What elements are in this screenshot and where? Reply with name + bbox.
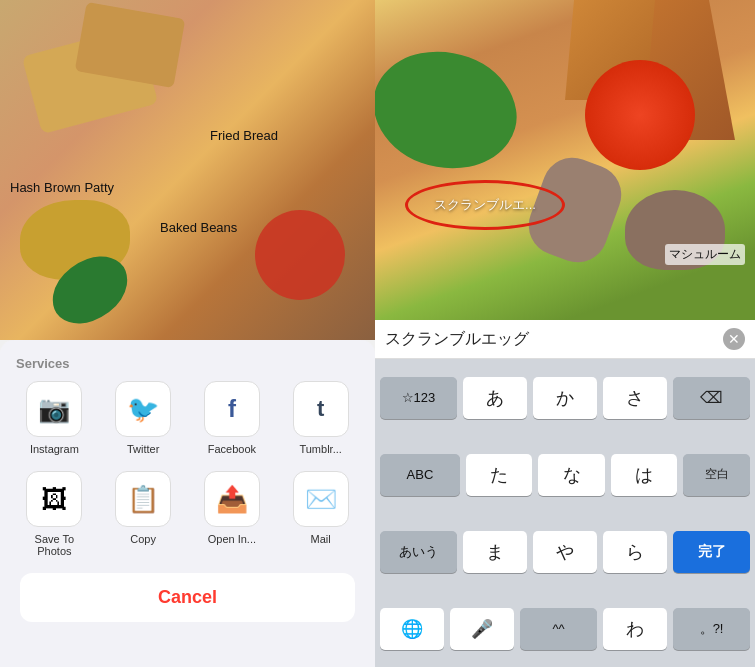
key-ya[interactable]: や xyxy=(533,531,597,573)
food-image-right: スクランブルエ... マシュルーム xyxy=(375,0,755,320)
space-key[interactable]: 空白 xyxy=(683,454,750,496)
twitter-label: Twitter xyxy=(127,443,159,455)
instagram-label: Instagram xyxy=(30,443,79,455)
text-input-field[interactable] xyxy=(385,330,717,348)
tumblr-icon: t xyxy=(293,381,349,437)
annotation-scrambled: スクランブルエ... xyxy=(434,196,536,214)
key-abc[interactable]: ABC xyxy=(380,454,460,496)
share-item-mail[interactable]: ✉️ Mail xyxy=(286,471,356,557)
share-item-tumblr[interactable]: t Tumblr... xyxy=(286,381,356,455)
left-panel: Fried Bread Hash Brown Patty Baked Beans… xyxy=(0,0,375,667)
key-ha[interactable]: は xyxy=(611,454,678,496)
share-icons-row-2: 🖼 Save To Photos 📋 Copy 📤 Open In... ✉️ … xyxy=(10,471,365,557)
globe-key[interactable]: 🌐 xyxy=(380,608,444,650)
backspace-key[interactable]: ⌫ xyxy=(673,377,750,419)
annotation-baked-beans: Baked Beans xyxy=(160,220,237,235)
food-image-left: Fried Bread Hash Brown Patty Baked Beans xyxy=(0,0,375,340)
key-sa[interactable]: さ xyxy=(603,377,667,419)
open-in-icon: 📤 xyxy=(204,471,260,527)
key-ra[interactable]: ら xyxy=(603,531,667,573)
twitter-icon: 🐦 xyxy=(115,381,171,437)
right-panel: スクランブルエ... マシュルーム ✕ ☆123 あ か さ ⌫ ABC た な… xyxy=(375,0,755,667)
food-tomato xyxy=(255,210,345,300)
keyboard-row-4: 🌐 🎤 ^^ わ 。?! xyxy=(375,590,755,667)
save-photos-label: Save To Photos xyxy=(19,533,89,557)
instagram-icon: 📷 xyxy=(26,381,82,437)
key-na[interactable]: な xyxy=(538,454,605,496)
japanese-keyboard: ☆123 あ か さ ⌫ ABC た な は 空白 あいう ま や ら 完了 🌐… xyxy=(375,359,755,667)
key-ka[interactable]: か xyxy=(533,377,597,419)
annotation-hash-brown: Hash Brown Patty xyxy=(10,180,114,195)
save-photos-icon: 🖼 xyxy=(26,471,82,527)
right-tomato xyxy=(585,60,695,170)
share-item-instagram[interactable]: 📷 Instagram xyxy=(19,381,89,455)
share-item-facebook[interactable]: f Facebook xyxy=(197,381,267,455)
facebook-label: Facebook xyxy=(208,443,256,455)
mail-label: Mail xyxy=(311,533,331,545)
tumblr-label: Tumblr... xyxy=(299,443,341,455)
annotation-fried-bread: Fried Bread xyxy=(210,128,278,143)
mail-icon: ✉️ xyxy=(293,471,349,527)
key-ma[interactable]: ま xyxy=(463,531,527,573)
key-punct[interactable]: 。?! xyxy=(673,608,750,650)
share-item-twitter[interactable]: 🐦 Twitter xyxy=(108,381,178,455)
text-input-area: ✕ xyxy=(375,320,755,359)
key-123[interactable]: ☆123 xyxy=(380,377,457,419)
key-a[interactable]: あ xyxy=(463,377,527,419)
key-ta[interactable]: た xyxy=(466,454,533,496)
copy-label: Copy xyxy=(130,533,156,545)
annotation-oval: スクランブルエ... xyxy=(405,180,565,230)
right-greens xyxy=(375,39,524,181)
copy-icon: 📋 xyxy=(115,471,171,527)
facebook-icon: f xyxy=(204,381,260,437)
key-caret[interactable]: ^^ xyxy=(520,608,597,650)
keyboard-row-2: ABC た な は 空白 xyxy=(375,436,755,513)
done-key[interactable]: 完了 xyxy=(673,531,750,573)
share-item-save-photos[interactable]: 🖼 Save To Photos xyxy=(19,471,89,557)
mic-key[interactable]: 🎤 xyxy=(450,608,514,650)
cancel-button[interactable]: Cancel xyxy=(20,573,355,622)
share-sheet-title: Services xyxy=(10,356,365,371)
share-item-open-in[interactable]: 📤 Open In... xyxy=(197,471,267,557)
keyboard-row-1: ☆123 あ か さ ⌫ xyxy=(375,359,755,436)
keyboard-row-3: あいう ま や ら 完了 xyxy=(375,513,755,590)
share-icons-row-1: 📷 Instagram 🐦 Twitter f Facebook t Tumbl… xyxy=(10,381,365,455)
open-in-label: Open In... xyxy=(208,533,256,545)
share-sheet: Services 📷 Instagram 🐦 Twitter f Faceboo… xyxy=(0,340,375,667)
share-item-copy[interactable]: 📋 Copy xyxy=(108,471,178,557)
annotation-mushroom: マシュルーム xyxy=(665,244,745,265)
key-aiu[interactable]: あいう xyxy=(380,531,457,573)
key-wa[interactable]: わ xyxy=(603,608,667,650)
clear-input-button[interactable]: ✕ xyxy=(723,328,745,350)
